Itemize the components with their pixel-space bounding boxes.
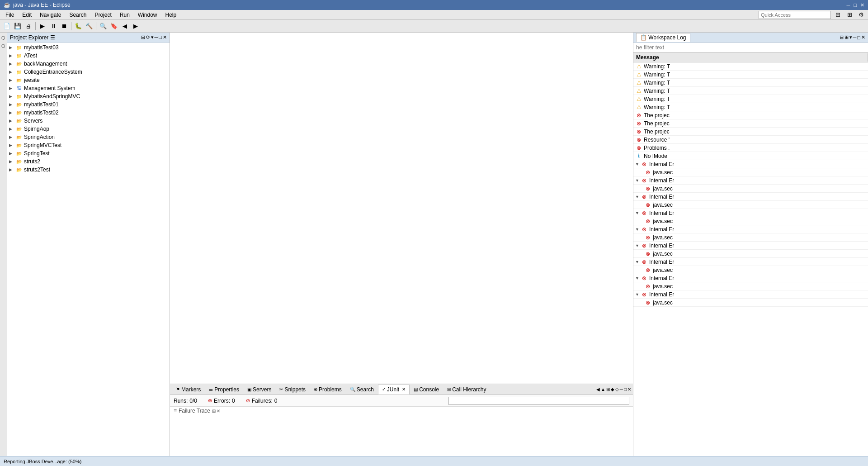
- tree-arrow-backManagement[interactable]: ▶: [9, 62, 15, 66]
- close-button[interactable]: ✕: [860, 2, 864, 8]
- log-item-java-sec-4[interactable]: ⊗ java.sec: [633, 217, 868, 225]
- settings-icon[interactable]: ⚙: [856, 10, 866, 20]
- pe-collapse-btn[interactable]: ⊟: [141, 34, 145, 40]
- log-item-internal-err-7[interactable]: ▼ ⊗ Internal Er: [633, 258, 868, 266]
- navigate-back-icon[interactable]: ◀: [120, 21, 130, 31]
- tree-arrow-jeesite[interactable]: ▶: [9, 78, 15, 82]
- log-item-java-sec-2[interactable]: ⊗ java.sec: [633, 185, 868, 193]
- tree-arrow-MybatisAndSpringMVC[interactable]: ▶: [9, 94, 15, 99]
- bt-act-2[interactable]: ▲: [601, 387, 605, 392]
- log-item-internal-err-3[interactable]: ▼ ⊗ Internal Er: [633, 193, 868, 201]
- bt-act-3[interactable]: ⊞: [606, 387, 610, 392]
- menu-help[interactable]: Help: [162, 11, 180, 19]
- tree-item-SpirngAop[interactable]: ▶ 📂 SpirngAop: [7, 125, 170, 133]
- pe-maximize-btn[interactable]: □: [159, 34, 162, 40]
- run-btn[interactable]: ▶: [38, 21, 47, 31]
- tree-item-backManagement[interactable]: ▶ 📂 backManagement: [7, 60, 170, 68]
- pe-minimize-btn[interactable]: ─: [155, 34, 158, 40]
- expand-icon-6[interactable]: ▼: [635, 243, 641, 248]
- tree-item-SpringTest[interactable]: ▶ 📂 SpringTest: [7, 149, 170, 157]
- tree-item-struts2Test[interactable]: ▶ 📂 struts2Test: [7, 166, 170, 174]
- tab-servers[interactable]: ▣ Servers: [243, 385, 275, 395]
- junit-filter-input[interactable]: [448, 397, 629, 405]
- search-toolbar-icon[interactable]: 🔍: [98, 21, 108, 31]
- log-item[interactable]: ⊗ The projec: [633, 128, 868, 136]
- log-item[interactable]: ℹ No IMode: [633, 152, 868, 160]
- print-btn[interactable]: 🖨: [24, 21, 33, 31]
- tree-arrow-ATest[interactable]: ▶: [9, 53, 15, 58]
- bt-act-minimize[interactable]: ─: [620, 387, 623, 392]
- log-item[interactable]: ⊗ The projec: [633, 119, 868, 128]
- tree-item-Servers[interactable]: ▶ 📂 Servers: [7, 117, 170, 125]
- menu-project[interactable]: Project: [91, 11, 115, 19]
- build-btn[interactable]: 🔨: [84, 21, 94, 31]
- tree-arrow-CollegeEntranceSystem[interactable]: ▶: [9, 70, 15, 74]
- tab-junit[interactable]: ✓ JUnit ✕: [378, 385, 410, 395]
- expand-icon-5[interactable]: ▼: [635, 227, 641, 232]
- tree-arrow-SpringAction[interactable]: ▶: [9, 135, 15, 139]
- tab-markers[interactable]: ⚑ Markers: [172, 385, 205, 395]
- log-item[interactable]: ⊗ The projec: [633, 111, 868, 119]
- bt-act-4[interactable]: ◆: [611, 387, 614, 392]
- tree-item-struts2[interactable]: ▶ 📂 struts2: [7, 157, 170, 166]
- rp-act-1[interactable]: ⊟: [840, 34, 844, 40]
- tree-arrow-SpirngAop[interactable]: ▶: [9, 127, 15, 131]
- left-icon-1[interactable]: ⬡: [0, 34, 7, 41]
- log-item-java-sec-9[interactable]: ⊗ java.sec: [633, 299, 868, 307]
- tree-item-CollegeEntranceSystem[interactable]: ▶ 📁 CollegeEntranceSystem: [7, 68, 170, 76]
- rp-maximize-btn[interactable]: □: [857, 35, 860, 40]
- expand-icon-8[interactable]: ▼: [635, 276, 641, 281]
- log-item-internal-err-4[interactable]: ▼ ⊗ Internal Er: [633, 209, 868, 217]
- log-item-java-sec-5[interactable]: ⊗ java.sec: [633, 233, 868, 242]
- bt-act-maximize[interactable]: □: [624, 387, 627, 392]
- rp-tab-workspace-log[interactable]: 📋 Workspace Log: [636, 33, 690, 42]
- rp-filter-input[interactable]: [633, 43, 868, 52]
- log-item-internal-err-2[interactable]: ▼ ⊗ Internal Er: [633, 176, 868, 185]
- tab-console[interactable]: ▤ Console: [410, 385, 443, 395]
- log-item-java-sec-3[interactable]: ⊗ java.sec: [633, 201, 868, 209]
- expand-icon-1[interactable]: ▼: [635, 162, 641, 166]
- tree-item-ATest[interactable]: ▶ 📁 ATest: [7, 52, 170, 60]
- bookmark-icon[interactable]: 🔖: [109, 21, 119, 31]
- log-item[interactable]: ⚠ Warning: T: [633, 95, 868, 103]
- tree-item-mybatisTest03[interactable]: ▶ 📁 mybatisTest03: [7, 43, 170, 52]
- tab-search[interactable]: 🔍 Search: [346, 385, 378, 395]
- maximize-button[interactable]: □: [854, 2, 857, 8]
- bt-act-5[interactable]: ◇: [615, 387, 619, 392]
- rp-act-3[interactable]: ▾: [849, 34, 852, 40]
- tree-arrow-ManagementSystem[interactable]: ▶: [9, 86, 15, 90]
- pe-menu-btn[interactable]: ▾: [151, 34, 154, 40]
- left-icon-2[interactable]: ⬡: [0, 43, 7, 49]
- tree-arrow-SpringTest[interactable]: ▶: [9, 151, 15, 156]
- log-item-java-sec-8[interactable]: ⊗ java.sec: [633, 282, 868, 290]
- log-item-internal-err-5[interactable]: ▼ ⊗ Internal Er: [633, 225, 868, 233]
- tree-item-MybatisAndSpringMVC[interactable]: ▶ 📁 MybatisAndSpringMVC: [7, 92, 170, 100]
- tree-arrow-SpringMVCTest[interactable]: ▶: [9, 143, 15, 147]
- expand-icon-4[interactable]: ▼: [635, 211, 641, 215]
- tree-arrow-Servers[interactable]: ▶: [9, 119, 15, 123]
- tree-item-SpringMVCTest[interactable]: ▶ 📂 SpringMVCTest: [7, 141, 170, 149]
- new-btn[interactable]: 📄: [2, 21, 12, 31]
- tree-arrow-mybatisTest02[interactable]: ▶: [9, 110, 15, 115]
- tab-problems[interactable]: ⊗ Problems: [310, 385, 346, 395]
- log-item-java-sec-1[interactable]: ⊗ java.sec: [633, 168, 868, 176]
- bt-act-1[interactable]: ◀: [596, 387, 600, 392]
- tab-snippets[interactable]: ✂ Snippets: [275, 385, 310, 395]
- tree-item-SpringAction[interactable]: ▶ 📂 SpringAction: [7, 133, 170, 141]
- stop-btn[interactable]: ⏹: [59, 21, 69, 31]
- expand-icon-7[interactable]: ▼: [635, 260, 641, 264]
- view-btn[interactable]: ⊞: [844, 10, 854, 20]
- perspective-btn[interactable]: ⊟: [833, 10, 843, 20]
- tree-item-ManagementSystem[interactable]: ▶ 🏗 Management System: [7, 84, 170, 92]
- log-item-internal-err-9[interactable]: ▼ ⊗ Internal Er: [633, 290, 868, 299]
- bt-act-close[interactable]: ✕: [627, 387, 631, 392]
- rp-act-2[interactable]: ⊞: [844, 34, 849, 40]
- log-item[interactable]: ⚠ Warning: T: [633, 87, 868, 95]
- menu-window[interactable]: Window: [134, 11, 161, 19]
- log-item[interactable]: ⊗ Problems .: [633, 144, 868, 152]
- rp-close-btn[interactable]: ✕: [861, 34, 865, 40]
- log-item-internal-err-6[interactable]: ▼ ⊗ Internal Er: [633, 242, 868, 250]
- expand-icon-3[interactable]: ▼: [635, 195, 641, 199]
- log-item[interactable]: ⚠ Warning: T: [633, 103, 868, 111]
- tree-arrow-mybatisTest03[interactable]: ▶: [9, 45, 15, 50]
